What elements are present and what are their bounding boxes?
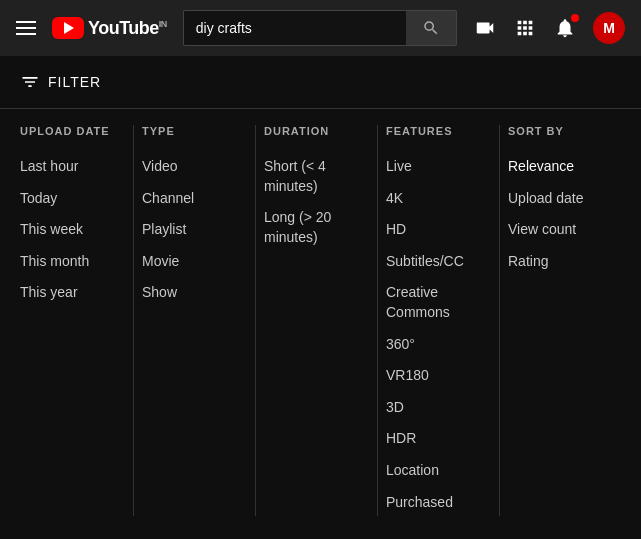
hamburger-menu-icon[interactable]: [16, 21, 36, 35]
filter-column-header-upload-date: UPLOAD DATE: [20, 125, 117, 137]
filter-column-features: FEATURESLive4KHDSubtitles/CCCreative Com…: [378, 125, 500, 516]
filter-column-duration: DURATIONShort (< 4 minutes)Long (> 20 mi…: [256, 125, 378, 516]
filter-item-type-1[interactable]: Channel: [142, 185, 239, 213]
logo-area[interactable]: YouTubeIN: [52, 17, 167, 39]
filter-item-duration-0[interactable]: Short (< 4 minutes): [264, 153, 361, 200]
filter-item-features-3[interactable]: Subtitles/CC: [386, 248, 483, 276]
filter-item-upload-date-0[interactable]: Last hour: [20, 153, 117, 181]
filter-column-header-features: FEATURES: [386, 125, 483, 137]
filter-item-features-9[interactable]: Location: [386, 457, 483, 485]
search-icon: [422, 19, 440, 37]
filter-item-sort-by-3[interactable]: Rating: [508, 248, 605, 276]
filter-item-features-10[interactable]: Purchased: [386, 489, 483, 517]
notifications-icon[interactable]: [553, 16, 577, 40]
filter-item-type-2[interactable]: Playlist: [142, 216, 239, 244]
filter-item-features-2[interactable]: HD: [386, 216, 483, 244]
search-button[interactable]: [406, 10, 457, 46]
apps-icon[interactable]: [513, 16, 537, 40]
country-code: IN: [159, 19, 167, 29]
filter-content: UPLOAD DATELast hourTodayThis weekThis m…: [0, 109, 641, 532]
filter-item-features-8[interactable]: HDR: [386, 425, 483, 453]
youtube-text: YouTubeIN: [88, 18, 167, 39]
youtube-logo-icon: [52, 17, 84, 39]
filter-item-type-0[interactable]: Video: [142, 153, 239, 181]
header: YouTubeIN M: [0, 0, 641, 56]
filter-item-features-5[interactable]: 360°: [386, 331, 483, 359]
filter-item-features-6[interactable]: VR180: [386, 362, 483, 390]
filter-label: FILTER: [48, 74, 101, 90]
filter-item-features-0[interactable]: Live: [386, 153, 483, 181]
filter-column-header-duration: DURATION: [264, 125, 361, 137]
filter-bar: FILTER: [0, 56, 641, 109]
avatar[interactable]: M: [593, 12, 625, 44]
filter-item-sort-by-0[interactable]: Relevance: [508, 153, 605, 181]
filter-item-features-1[interactable]: 4K: [386, 185, 483, 213]
filter-item-features-4[interactable]: Creative Commons: [386, 279, 483, 326]
filter-item-upload-date-3[interactable]: This month: [20, 248, 117, 276]
filter-item-upload-date-1[interactable]: Today: [20, 185, 117, 213]
filter-item-type-3[interactable]: Movie: [142, 248, 239, 276]
filter-item-upload-date-2[interactable]: This week: [20, 216, 117, 244]
filter-column-header-type: TYPE: [142, 125, 239, 137]
filter-item-upload-date-4[interactable]: This year: [20, 279, 117, 307]
search-area: [183, 10, 457, 46]
filter-item-type-4[interactable]: Show: [142, 279, 239, 307]
header-right: M: [473, 12, 625, 44]
filter-item-features-7[interactable]: 3D: [386, 394, 483, 422]
filter-column-upload-date: UPLOAD DATELast hourTodayThis weekThis m…: [20, 125, 134, 516]
search-input[interactable]: [183, 10, 406, 46]
filter-item-sort-by-2[interactable]: View count: [508, 216, 605, 244]
filter-column-header-sort-by: SORT BY: [508, 125, 605, 137]
filter-column-sort-by: SORT BYRelevanceUpload dateView countRat…: [500, 125, 621, 516]
filter-item-duration-1[interactable]: Long (> 20 minutes): [264, 204, 361, 251]
filter-item-sort-by-1[interactable]: Upload date: [508, 185, 605, 213]
header-left: YouTubeIN: [16, 17, 167, 39]
create-icon[interactable]: [473, 16, 497, 40]
filter-icon: [20, 72, 40, 92]
filter-column-type: TYPEVideoChannelPlaylistMovieShow: [134, 125, 256, 516]
